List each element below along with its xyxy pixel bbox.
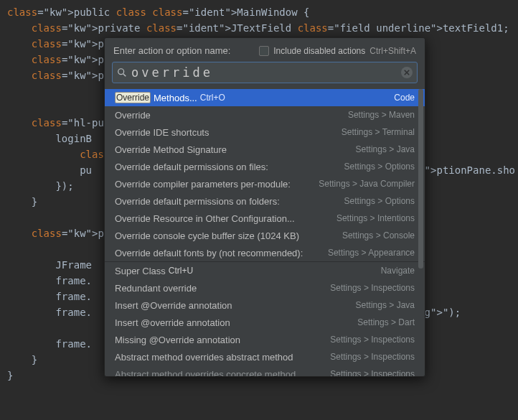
result-row[interactable]: Override IDE shortcutsSettings > Termina… xyxy=(105,123,425,141)
find-action-popup: Enter action or option name: Include dis… xyxy=(104,37,425,377)
result-label: Override Methods... Ctrl+O xyxy=(115,92,225,103)
result-row[interactable]: Override Method SignatureSettings > Java xyxy=(105,141,425,158)
result-label: Insert @override annotation xyxy=(115,317,230,328)
svg-point-0 xyxy=(118,69,124,75)
result-context: Code xyxy=(394,93,415,103)
result-row[interactable]: Insert @Override annotationSettings > Ja… xyxy=(105,297,425,314)
result-context: Settings > Dart xyxy=(357,317,415,327)
result-row[interactable]: Override console cycle buffer size (1024… xyxy=(105,227,425,244)
result-label: Missing @Override annotation xyxy=(115,335,240,345)
result-label: Override compiler parameters per-module: xyxy=(115,179,291,190)
result-row[interactable]: Override default permissions on files:Se… xyxy=(105,158,425,175)
result-row[interactable]: OverrideSettings > Maven xyxy=(105,106,425,123)
result-label: Override Resource in Other Configuration… xyxy=(115,213,295,224)
popup-title: Enter action or option name: xyxy=(113,45,230,56)
result-row[interactable]: Abstract method overrides abstract metho… xyxy=(105,348,425,365)
result-context: Settings > Appearance xyxy=(328,248,415,258)
result-row[interactable]: Abstract method overrides concrete metho… xyxy=(105,365,425,376)
result-context: Settings > Java xyxy=(356,144,415,154)
clear-icon[interactable] xyxy=(401,67,413,78)
result-context: Settings > Java Compiler xyxy=(319,179,415,189)
search-icon xyxy=(117,67,127,78)
result-context: Settings > Intentions xyxy=(336,213,415,223)
result-label: Override console cycle buffer size (1024… xyxy=(115,230,299,241)
result-context: Settings > Terminal xyxy=(342,127,415,137)
result-label: Super Class Ctrl+U xyxy=(115,266,193,276)
result-row[interactable]: Redundant overrideSettings > Inspections xyxy=(105,279,425,297)
result-shortcut: Ctrl+U xyxy=(169,266,193,276)
popup-header: Enter action or option name: Include dis… xyxy=(105,38,425,62)
result-context: Settings > Maven xyxy=(348,110,415,120)
results-list: Override Methods... Ctrl+OCodeOverrideSe… xyxy=(105,89,425,376)
result-row[interactable]: Override Resource in Other Configuration… xyxy=(105,210,425,227)
result-label: Override default permissions on files: xyxy=(115,162,268,172)
result-row[interactable]: Override default fonts by (not recommend… xyxy=(105,244,425,261)
result-context: Settings > Options xyxy=(344,162,415,172)
result-shortcut: Ctrl+O xyxy=(200,93,225,103)
result-context: Navigate xyxy=(381,266,415,276)
result-label: Abstract method overrides abstract metho… xyxy=(115,352,293,363)
result-context: Settings > Inspections xyxy=(330,283,415,293)
search-field-container xyxy=(112,62,418,83)
result-label: Redundant override xyxy=(115,283,197,294)
result-label: Abstract method overrides concrete metho… xyxy=(115,369,296,377)
include-disabled-checkbox[interactable]: Include disabled actions Ctrl+Shift+A xyxy=(259,46,416,56)
result-row[interactable]: Override Methods... Ctrl+OCode xyxy=(105,89,425,106)
include-disabled-shortcut: Ctrl+Shift+A xyxy=(369,46,416,56)
result-row[interactable]: Missing @Override annotationSettings > I… xyxy=(105,331,425,348)
result-label: Override Method Signature xyxy=(115,144,227,155)
result-context: Settings > Console xyxy=(342,230,415,241)
search-input[interactable] xyxy=(131,65,397,80)
result-label: Override IDE shortcuts xyxy=(115,127,209,138)
result-label: Insert @Override annotation xyxy=(115,300,232,311)
result-label: Override default fonts by (not recommend… xyxy=(115,248,303,258)
result-context: Settings > Inspections xyxy=(330,369,415,376)
result-context: Settings > Java xyxy=(356,300,415,310)
checkbox-icon xyxy=(259,46,269,56)
svg-line-1 xyxy=(123,74,126,76)
result-label: Override default permissions on folders: xyxy=(115,196,280,207)
result-context: Settings > Inspections xyxy=(330,352,415,362)
result-row[interactable]: Override compiler parameters per-module:… xyxy=(105,175,425,192)
result-row[interactable]: Override default permissions on folders:… xyxy=(105,192,425,210)
result-context: Settings > Options xyxy=(344,196,415,206)
scrollbar[interactable] xyxy=(418,89,423,269)
result-row[interactable]: Super Class Ctrl+UNavigate xyxy=(105,262,425,279)
include-disabled-label: Include disabled actions xyxy=(273,46,365,56)
result-label: Override xyxy=(115,110,151,121)
result-row[interactable]: Insert @override annotationSettings > Da… xyxy=(105,314,425,331)
result-context: Settings > Inspections xyxy=(330,335,415,345)
